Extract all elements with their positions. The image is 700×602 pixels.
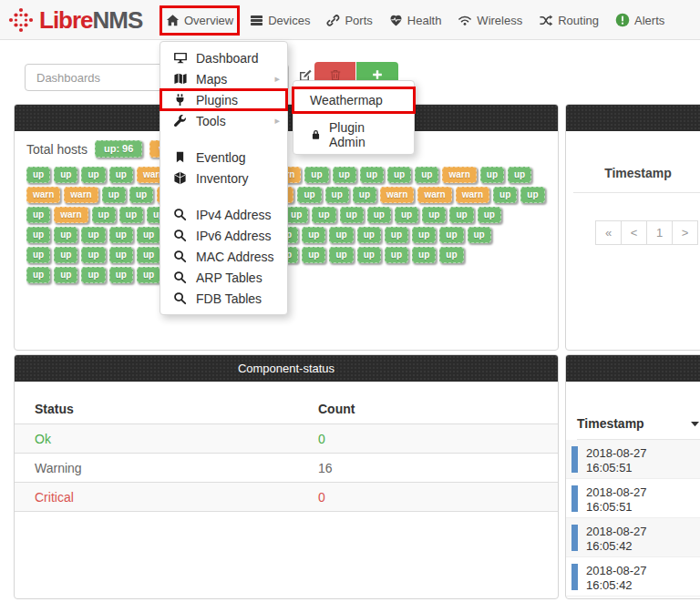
host-status-badge[interactable]: up <box>312 207 335 223</box>
host-status-badge[interactable]: up <box>395 207 418 223</box>
host-status-badge[interactable]: up <box>81 267 105 283</box>
pagination-next[interactable]: > <box>672 220 698 245</box>
host-status-badge[interactable]: up <box>520 187 544 203</box>
nav-item-routing[interactable]: Routing <box>535 8 602 33</box>
host-status-badge[interactable]: up <box>102 187 126 203</box>
pagination-prev[interactable]: < <box>621 220 647 245</box>
host-status-badge[interactable]: up <box>26 227 50 243</box>
menu-item-tools[interactable]: Tools▸ <box>160 110 287 131</box>
host-status-badge[interactable]: up <box>54 227 77 243</box>
submenu-item-weathermap[interactable]: Weathermap <box>293 88 414 112</box>
host-status-badge[interactable]: up <box>415 167 438 183</box>
host-status-badge[interactable]: up <box>329 247 353 263</box>
host-status-badge[interactable]: up <box>439 227 463 243</box>
host-status-badge[interactable]: up <box>54 167 77 183</box>
host-status-badge[interactable]: up <box>81 167 105 183</box>
menu-item-ipv6-address[interactable]: IPv6 Address <box>160 225 287 246</box>
host-status-badge[interactable]: up <box>26 207 50 223</box>
host-status-badge[interactable]: up <box>387 167 411 183</box>
host-status-badge[interactable]: up <box>304 167 328 183</box>
search-icon <box>172 270 188 284</box>
host-status-badge[interactable]: warn <box>442 167 476 183</box>
host-status-badge[interactable]: up <box>333 167 356 183</box>
host-status-badge[interactable]: up <box>360 167 384 183</box>
host-status-badge[interactable]: up <box>412 247 436 263</box>
host-status-badge[interactable]: up <box>92 207 116 223</box>
nav-item-overview[interactable]: Overview <box>162 8 237 33</box>
sort-chevron-down-icon[interactable] <box>689 418 700 430</box>
host-status-badge[interactable]: up <box>468 227 491 243</box>
host-status-badge[interactable]: up <box>109 227 133 243</box>
host-status-badge[interactable]: up <box>81 227 105 243</box>
nav-item-ports[interactable]: Ports <box>323 8 376 33</box>
menu-item-mac-address[interactable]: MAC Address <box>160 246 287 267</box>
host-status-badge[interactable]: warn <box>456 187 489 203</box>
host-status-badge[interactable]: up <box>26 247 50 263</box>
menu-item-eventlog[interactable]: Eventlog <box>160 147 287 168</box>
component-count-value: 0 <box>318 490 558 505</box>
menu-item-label: Tools <box>196 114 226 128</box>
host-status-badge[interactable]: up <box>129 187 153 203</box>
host-status-badge[interactable]: up <box>54 267 77 283</box>
host-status-badge[interactable]: up <box>439 247 463 263</box>
host-status-badge[interactable]: up <box>137 227 160 243</box>
host-status-badge[interactable]: up <box>493 187 517 203</box>
menu-item-maps[interactable]: Maps▸ <box>160 68 287 89</box>
nav-item-wireless[interactable]: Wireless <box>454 8 526 33</box>
nav-item-alerts[interactable]: Alerts <box>612 7 668 33</box>
host-status-badge[interactable]: up <box>422 207 446 223</box>
event-rows: 2018-08-2716:05:512018-08-2716:05:512018… <box>566 440 700 597</box>
host-status-badge[interactable]: up <box>357 247 381 263</box>
host-status-badge[interactable]: up <box>109 167 133 183</box>
host-status-badge[interactable]: up <box>302 247 325 263</box>
host-status-badge[interactable]: up <box>480 167 504 183</box>
host-status-badge[interactable]: up <box>353 187 376 203</box>
pagination-page-1[interactable]: 1 <box>646 220 673 245</box>
host-status-badge[interactable]: up <box>284 207 308 223</box>
host-status-badge[interactable]: up <box>137 267 160 283</box>
host-status-badge[interactable]: up <box>297 187 321 203</box>
nav-item-label: Alerts <box>634 14 664 27</box>
host-status-badge[interactable]: warn <box>380 187 414 203</box>
host-status-badge[interactable]: warn <box>54 207 88 223</box>
host-status-badge[interactable]: up <box>81 247 105 263</box>
host-status-badge[interactable]: up <box>357 227 381 243</box>
host-status-badge[interactable]: up <box>325 187 349 203</box>
host-status-badge[interactable]: warn <box>417 187 451 203</box>
menu-item-plugins[interactable]: Plugins <box>160 89 287 110</box>
submenu-item-plugin-admin[interactable]: Plugin Admin <box>293 123 414 147</box>
host-status-badge[interactable]: up <box>367 207 391 223</box>
host-status-badge[interactable]: up <box>119 207 143 223</box>
menu-item-fdb-tables[interactable]: FDB Tables <box>160 288 287 309</box>
host-status-badge[interactable]: up <box>302 227 325 243</box>
host-status-badge[interactable]: up <box>449 207 473 223</box>
menu-item-arp-tables[interactable]: ARP Tables <box>160 267 287 288</box>
component-status-panel-header: Component-status <box>15 355 558 382</box>
summary-badge-up[interactable]: up: 96 <box>95 140 142 158</box>
menu-item-inventory[interactable]: Inventory <box>160 168 287 189</box>
host-status-badge[interactable]: up <box>329 227 353 243</box>
menu-item-ipv4-address[interactable]: IPv4 Address <box>160 204 287 225</box>
event-timestamp: 2018-08-2716:05:42 <box>586 563 647 590</box>
nav-item-devices[interactable]: Devices <box>246 8 314 33</box>
host-status-badge[interactable]: up <box>385 247 408 263</box>
host-status-badge[interactable]: up <box>109 267 133 283</box>
host-status-badge[interactable]: warn <box>26 187 60 203</box>
host-status-badge[interactable]: up <box>340 207 364 223</box>
navbar: LibreNMS OverviewDevicesPortsHealthWirel… <box>0 0 700 40</box>
host-status-badge[interactable]: up <box>478 207 501 223</box>
host-status-badge[interactable]: up <box>26 267 50 283</box>
nav-item-health[interactable]: Health <box>386 8 446 33</box>
host-status-badge[interactable]: up <box>26 167 50 183</box>
host-status-badge[interactable]: up <box>109 247 133 263</box>
pagination-first[interactable]: « <box>595 220 622 245</box>
host-status-badge[interactable]: warn <box>64 187 98 203</box>
host-status-badge[interactable]: up <box>508 167 531 183</box>
librenms-logo[interactable]: LibreNMS <box>7 6 142 34</box>
host-status-badge[interactable]: up <box>412 227 436 243</box>
host-status-badge[interactable]: up <box>54 247 77 263</box>
menu-item-dashboard[interactable]: Dashboard <box>160 47 287 68</box>
host-status-badge[interactable]: up <box>137 247 160 263</box>
event-timestamp: 2018-08-2716:05:42 <box>586 524 647 551</box>
host-status-badge[interactable]: up <box>385 227 408 243</box>
